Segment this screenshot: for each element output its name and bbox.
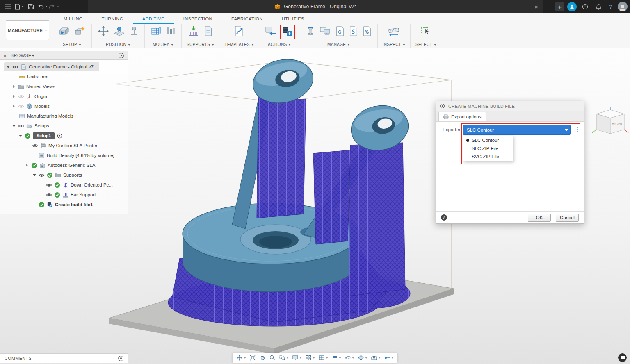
tab-turning[interactable]: TURNING xyxy=(92,13,133,24)
position-group-label[interactable]: POSITION xyxy=(106,42,130,47)
close-tab-icon[interactable]: × xyxy=(534,0,538,13)
tree-row-units[interactable]: Units: mm xyxy=(0,72,128,82)
bell-icon[interactable] xyxy=(593,2,604,11)
inspect-group-label[interactable]: INSPECT xyxy=(383,42,405,47)
undo-icon[interactable] xyxy=(37,2,48,11)
manage-group-label[interactable]: MANAGE xyxy=(327,42,350,47)
help-icon[interactable]: ? xyxy=(607,4,615,10)
tree-row-build-density[interactable]: Build Density [4.64% by volume] xyxy=(0,150,128,160)
new-setup-button[interactable] xyxy=(57,25,71,38)
position-pin-button[interactable] xyxy=(129,25,139,38)
expander-icon[interactable] xyxy=(11,84,16,89)
visibility-eye-icon[interactable] xyxy=(12,64,18,70)
post-library-button[interactable] xyxy=(348,25,359,38)
zoom-window-icon[interactable] xyxy=(277,353,290,362)
tree-row-bar-support[interactable]: Bar Support xyxy=(0,190,128,200)
tree-row-setups[interactable]: Setups xyxy=(0,121,128,131)
tree-row-supports[interactable]: Supports xyxy=(0,170,128,180)
templates-button[interactable] xyxy=(233,25,246,38)
visibility-eye-icon[interactable] xyxy=(46,182,52,188)
simulate-button[interactable] xyxy=(305,25,316,38)
pan-icon[interactable] xyxy=(258,353,267,362)
tree-row-printer[interactable]: My Custom SLA Printer xyxy=(0,141,128,150)
notifications-clock-icon[interactable] xyxy=(580,2,590,11)
exporter-kebab-menu-icon[interactable]: ⋮ xyxy=(575,127,580,132)
view-cube[interactable]: RIGHT xyxy=(590,105,629,141)
select-group-label[interactable]: SELECT xyxy=(415,42,436,47)
tree-row-autodesk-generic-sla[interactable]: Autodesk Generic SLA xyxy=(0,160,128,170)
section-icon[interactable] xyxy=(330,353,343,362)
cancel-button[interactable]: Cancel xyxy=(556,214,579,222)
tree-row-root[interactable]: Generative Frame - Original v7 xyxy=(0,62,128,72)
tree-row-named-views[interactable]: Named Views xyxy=(0,82,128,91)
file-menu-icon[interactable] xyxy=(14,2,25,11)
tab-utilities[interactable]: UTILITIES xyxy=(272,13,314,24)
utilization-button[interactable]: % xyxy=(362,25,372,38)
setup-group-label[interactable]: SETUP xyxy=(63,42,81,47)
user-avatar[interactable] xyxy=(618,2,628,11)
dialog-titlebar[interactable]: CREATE MACHINE BUILD FILE xyxy=(436,101,584,111)
zoom-icon[interactable] xyxy=(267,353,277,362)
orbit-icon[interactable] xyxy=(343,353,356,362)
info-icon[interactable]: i xyxy=(441,214,447,221)
collapse-browser-icon[interactable]: « xyxy=(4,52,7,59)
modify-bars-button[interactable] xyxy=(166,25,176,38)
create-build-file-button[interactable] xyxy=(280,25,295,39)
visibility-eye-icon[interactable] xyxy=(39,172,45,178)
expander-icon[interactable] xyxy=(11,94,16,99)
tab-inspection[interactable]: INSPECTION xyxy=(174,13,222,24)
chat-help-fab[interactable] xyxy=(618,353,627,362)
exporter-dropdown[interactable]: SLC Contour xyxy=(463,125,571,135)
tab-export-options[interactable]: Export options xyxy=(438,112,486,121)
visibility-eye-off-icon[interactable] xyxy=(18,93,24,100)
move-button[interactable] xyxy=(97,25,110,38)
supports-settings-button[interactable] xyxy=(203,25,214,38)
tree-row-origin[interactable]: Origin xyxy=(0,91,128,101)
named-views-icon[interactable] xyxy=(356,353,369,362)
expander-icon[interactable] xyxy=(11,124,16,128)
visibility-eye-off-icon[interactable] xyxy=(18,103,24,109)
workspace-switcher-button[interactable]: MANUFACTURE xyxy=(6,20,49,40)
tab-milling[interactable]: MILLING xyxy=(54,13,92,24)
tree-row-down-oriented[interactable]: Down Oriented Pc... xyxy=(0,180,128,190)
comments-toggle-icon[interactable] xyxy=(118,356,123,361)
gcode-button[interactable]: G xyxy=(335,25,345,38)
save-icon[interactable] xyxy=(25,2,36,11)
app-grid-icon[interactable] xyxy=(2,2,13,11)
ok-button[interactable]: OK xyxy=(528,214,551,222)
expander-icon[interactable] xyxy=(6,65,10,69)
option-slc-zip-file[interactable]: SLC ZIP File xyxy=(463,144,513,152)
templates-group-label[interactable]: TEMPLATES xyxy=(224,42,253,47)
job-status-icon[interactable] xyxy=(567,2,577,11)
grid-snaps-icon[interactable] xyxy=(304,353,317,362)
dialog-grip-icon[interactable] xyxy=(440,104,445,108)
option-svg-zip-file[interactable]: SVG ZIP File xyxy=(463,152,513,161)
fit-view-icon[interactable] xyxy=(248,353,258,362)
tree-row-create-build-file[interactable]: Create build file1 xyxy=(0,200,128,209)
browser-toggle-icon[interactable] xyxy=(119,53,124,58)
position-platform-button[interactable] xyxy=(113,25,126,38)
generate-supports-button[interactable] xyxy=(187,25,200,38)
setup1-badge[interactable]: Setup1 xyxy=(33,132,55,139)
visibility-eye-icon[interactable] xyxy=(46,192,52,198)
tree-row-models[interactable]: Models xyxy=(0,101,128,111)
machines-button[interactable] xyxy=(319,25,332,38)
steering-wheel-icon[interactable] xyxy=(382,353,395,362)
expander-icon[interactable] xyxy=(25,163,29,168)
visibility-eye-icon[interactable] xyxy=(18,123,24,129)
actions-group-label[interactable]: ACTIONS xyxy=(268,42,291,47)
document-tab[interactable]: Generative Frame - Original v7* × xyxy=(88,0,543,13)
browser-header[interactable]: « BROWSER xyxy=(0,51,128,60)
visibility-eye-icon[interactable] xyxy=(32,143,38,149)
setup-library-button[interactable] xyxy=(73,25,87,38)
option-slc-contour[interactable]: SLC Contour xyxy=(463,136,513,144)
expander-icon[interactable] xyxy=(32,173,37,177)
tree-row-manufacturing-models[interactable]: Manufacturing Models xyxy=(0,111,128,121)
expander-icon[interactable] xyxy=(11,104,16,109)
display-settings-icon[interactable] xyxy=(290,353,304,362)
measure-button[interactable] xyxy=(387,25,400,38)
viewports-icon[interactable] xyxy=(317,353,330,362)
select-button[interactable] xyxy=(419,25,432,38)
modify-group-label[interactable]: MODIFY xyxy=(153,42,173,47)
camera-icon[interactable] xyxy=(369,353,382,362)
